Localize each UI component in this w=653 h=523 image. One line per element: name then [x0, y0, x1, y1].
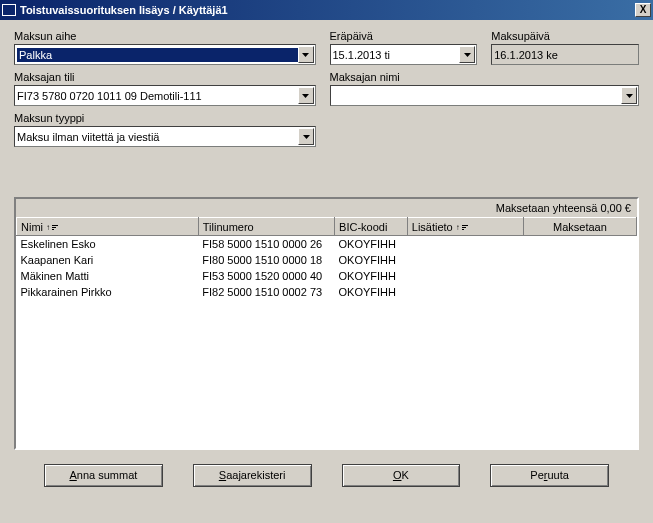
titlebar: Toistuvaissuorituksen lisäys / Käyttäjä1…: [0, 0, 653, 20]
col-tilinumero[interactable]: Tilinumero: [198, 218, 334, 236]
table-frame: Maksetaan yhteensä 0,00 € Nimi ↑ Tilinum…: [14, 197, 639, 450]
maksun-aihe-combo[interactable]: Palkka: [14, 44, 316, 65]
svg-marker-1: [464, 53, 471, 57]
svg-marker-4: [303, 135, 310, 139]
label-maksajan-nimi: Maksajan nimi: [330, 71, 640, 83]
ok-button[interactable]: OK: [342, 464, 461, 487]
maksajan-tili-value: FI73 5780 0720 1011 09 Demotili-111: [17, 90, 313, 102]
payee-table[interactable]: Nimi ↑ Tilinumero BIC-koodi Lisätieto ↑ …: [15, 217, 638, 449]
svg-marker-2: [302, 94, 309, 98]
chevron-down-icon[interactable]: [298, 87, 314, 104]
maksun-aihe-value: Palkka: [17, 48, 313, 62]
erapaiva-value: 15.1.2013 ti: [333, 49, 475, 61]
col-lisatieto[interactable]: Lisätieto ↑: [407, 218, 523, 236]
chevron-down-icon[interactable]: [621, 87, 637, 104]
col-maksetaan[interactable]: Maksetaan: [523, 218, 636, 236]
label-maksupaiva: Maksupäivä: [491, 30, 639, 42]
label-maksajan-tili: Maksajan tili: [14, 71, 316, 83]
saajarekisteri-button[interactable]: Saajarekisteri: [193, 464, 312, 487]
maksun-tyyppi-value: Maksu ilman viitettä ja viestiä: [17, 131, 313, 143]
label-maksun-aihe: Maksun aihe: [14, 30, 316, 42]
dialog-body: Maksun aihe Palkka Eräpäivä 15.1.2013 ti…: [0, 20, 653, 497]
sort-indicator-icon: ↑: [462, 224, 468, 230]
table-row[interactable]: Mäkinen MattiFI53 5000 1520 0000 40OKOYF…: [17, 268, 637, 284]
maksajan-nimi-combo[interactable]: [330, 85, 640, 106]
table-row[interactable]: Pikkarainen PirkkoFI82 5000 1510 0002 73…: [17, 284, 637, 300]
sort-indicator-icon: ↑: [52, 224, 58, 230]
anna-summat-button[interactable]: Anna summat: [44, 464, 163, 487]
window-title: Toistuvaissuorituksen lisäys / Käyttäjä1: [20, 4, 635, 16]
col-nimi[interactable]: Nimi ↑: [17, 218, 199, 236]
label-erapaiva: Eräpäivä: [330, 30, 478, 42]
table-row[interactable]: Eskelinen EskoFI58 5000 1510 0000 26OKOY…: [17, 236, 637, 252]
peruuta-button[interactable]: Peruuta: [490, 464, 609, 487]
maksajan-tili-combo[interactable]: FI73 5780 0720 1011 09 Demotili-111: [14, 85, 316, 106]
close-button[interactable]: X: [635, 3, 651, 17]
chevron-down-icon[interactable]: [459, 46, 475, 63]
chevron-down-icon[interactable]: [298, 128, 314, 145]
maksupaiva-field: 16.1.2013 ke: [491, 44, 639, 65]
maksupaiva-value: 16.1.2013 ke: [494, 49, 558, 61]
svg-marker-0: [302, 53, 309, 57]
total-label: Maksetaan yhteensä 0,00 €: [15, 198, 638, 217]
label-maksun-tyyppi: Maksun tyyppi: [14, 112, 316, 124]
col-bic[interactable]: BIC-koodi: [335, 218, 408, 236]
chevron-down-icon[interactable]: [298, 46, 314, 63]
maksun-tyyppi-combo[interactable]: Maksu ilman viitettä ja viestiä: [14, 126, 316, 147]
app-icon: [2, 4, 16, 16]
svg-marker-3: [626, 94, 633, 98]
table-row[interactable]: Kaapanen KariFI80 5000 1510 0000 18OKOYF…: [17, 252, 637, 268]
erapaiva-combo[interactable]: 15.1.2013 ti: [330, 44, 478, 65]
